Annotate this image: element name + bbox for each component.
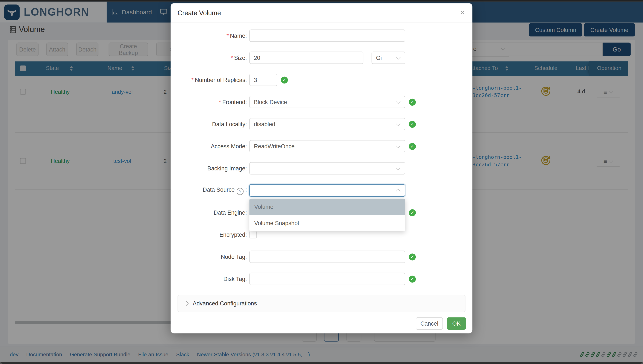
required-mark: * (219, 99, 221, 106)
modal-footer: Cancel OK (171, 313, 472, 333)
chevron-right-icon (184, 301, 189, 306)
size-unit-value: Gi (372, 54, 382, 61)
valid-check-icon: ✓ (409, 98, 416, 106)
backing-image-select[interactable] (249, 162, 405, 174)
data-locality-select[interactable]: disabled (249, 118, 405, 130)
help-icon[interactable]: ? (237, 188, 244, 195)
field-row-name: *Name: (171, 30, 472, 42)
access-mode-label: Access Mode: (211, 143, 247, 150)
disk-tag-label: Disk Tag: (223, 276, 247, 282)
valid-check-icon: ✓ (409, 120, 416, 128)
name-label: Name: (230, 32, 247, 39)
data-engine-label: Data Engine: (213, 209, 247, 216)
field-row-backing-image: Backing Image: (171, 162, 472, 174)
replicas-label: Number of Replicas: (195, 76, 247, 83)
chevron-down-icon (396, 143, 400, 148)
create-volume-modal: Create Volume ✕ *Name: *Size: Gi *Num (171, 3, 472, 333)
size-input[interactable] (249, 52, 363, 64)
data-locality-value: disabled (250, 121, 275, 128)
encrypted-checkbox[interactable] (249, 231, 257, 238)
field-row-node-tag: Node Tag: ✓ (171, 251, 472, 263)
size-unit-select[interactable]: Gi (372, 52, 405, 64)
required-mark: * (227, 32, 229, 39)
backing-image-label: Backing Image: (207, 165, 247, 172)
valid-check-icon: ✓ (281, 76, 288, 83)
field-row-data-locality: Data Locality: disabled ✓ (171, 118, 472, 130)
frontend-label: Frontend: (222, 99, 247, 106)
advanced-configurations-label: Advanced Configurations (193, 300, 257, 307)
field-row-data-source: Data Source?: (171, 184, 472, 196)
chevron-down-icon (396, 166, 400, 170)
cancel-button[interactable]: Cancel (416, 317, 443, 330)
advanced-configurations-toggle[interactable]: Advanced Configurations (177, 295, 466, 312)
data-source-label: Data Source (203, 186, 235, 193)
field-row-access-mode: Access Mode: ReadWriteOnce ✓ (171, 140, 472, 152)
access-mode-value: ReadWriteOnce (250, 143, 295, 150)
field-row-size: *Size: Gi (171, 52, 472, 64)
valid-check-icon: ✓ (409, 209, 416, 216)
field-row-frontend: *Frontend: Block Device ✓ (171, 96, 472, 108)
chevron-down-icon (396, 55, 400, 60)
frontend-select[interactable]: Block Device (249, 96, 405, 108)
access-mode-select[interactable]: ReadWriteOnce (249, 140, 405, 152)
valid-check-icon: ✓ (409, 275, 416, 282)
chevron-down-icon (396, 99, 400, 104)
data-source-select[interactable] (249, 184, 405, 196)
ok-button[interactable]: OK (447, 317, 466, 330)
dropdown-option-volume-snapshot[interactable]: Volume Snapshot (249, 215, 405, 231)
valid-check-icon: ✓ (409, 143, 416, 150)
chevron-up-icon (396, 189, 400, 194)
required-mark: * (231, 54, 233, 61)
encrypted-label: Encrypted: (220, 231, 247, 238)
frontend-value: Block Device (250, 99, 287, 106)
required-mark: * (191, 76, 194, 83)
field-row-replicas: *Number of Replicas: ✓ (171, 74, 472, 86)
name-input[interactable] (249, 30, 405, 42)
node-tag-input[interactable] (249, 251, 405, 263)
size-label: Size: (234, 54, 247, 61)
node-tag-label: Node Tag: (221, 254, 247, 260)
chevron-down-icon (396, 121, 400, 126)
disk-tag-input[interactable] (249, 273, 405, 285)
data-source-colon: : (245, 186, 247, 193)
modal-title: Create Volume (177, 9, 221, 16)
modal-body: *Name: *Size: Gi *Number of Replicas: ✓ (171, 23, 472, 312)
dropdown-option-volume[interactable]: Volume (249, 198, 405, 215)
modal-header: Create Volume ✕ (171, 3, 472, 23)
data-locality-label: Data Locality: (212, 121, 247, 128)
screen: LONGHORN Dashboard Volume Custom Column … (0, 0, 643, 364)
data-source-dropdown: Volume Volume Snapshot (249, 198, 405, 231)
close-icon[interactable]: ✕ (460, 9, 465, 16)
replicas-input[interactable] (249, 74, 277, 86)
valid-check-icon: ✓ (409, 253, 416, 260)
field-row-disk-tag: Disk Tag: ✓ (171, 273, 472, 285)
